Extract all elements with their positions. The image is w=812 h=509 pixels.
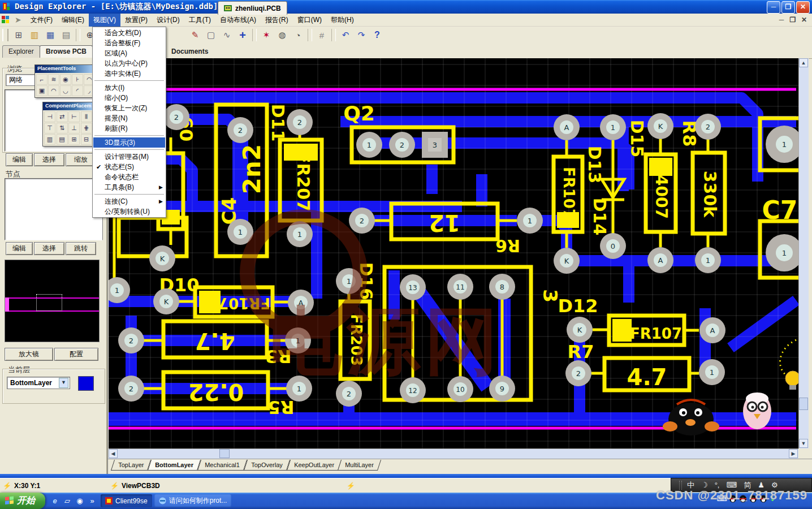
pcb-pad[interactable]: K	[647, 113, 673, 139]
silkscreen-text[interactable]: Q2	[343, 102, 375, 125]
silkscreen-text[interactable]: C7	[762, 196, 798, 225]
menu-item-编辑(E)[interactable]: 编辑(E)	[57, 14, 89, 27]
child-minimize-button[interactable]: ─	[777, 16, 786, 24]
pcb-pad[interactable]: 2	[227, 117, 253, 143]
silkscreen-text[interactable]: R6	[495, 236, 520, 256]
view-menu-item-工具条(B)[interactable]: 工具条(B)▶	[93, 182, 165, 192]
component-band[interactable]	[612, 319, 632, 342]
hscroll-thumb[interactable]	[219, 449, 230, 458]
net-button-选择[interactable]: 选择	[34, 153, 64, 166]
align-tool-icon-1[interactable]: ⇄	[57, 111, 68, 122]
view-menu-item-命令状态栏[interactable]: 命令状态栏	[93, 172, 165, 182]
component-band[interactable]	[199, 291, 221, 313]
placement-tool-icon-3[interactable]: ⊦	[72, 74, 83, 85]
toolbar-grip[interactable]	[2, 29, 8, 41]
pcb-pad[interactable]: 2	[287, 109, 313, 135]
silkscreen-text[interactable]: D15	[627, 120, 647, 158]
align-tool-icon-11[interactable]: ⊟	[81, 134, 92, 145]
placement-tool-icon-0[interactable]: ⌐	[36, 74, 47, 85]
pcb-pad[interactable]: 1	[356, 132, 382, 158]
layer-tab-TopOverlay[interactable]: TopOverlay	[244, 460, 290, 471]
pcb-pad[interactable]: 2	[695, 114, 721, 140]
silkscreen-text[interactable]: FR107	[630, 325, 682, 342]
pcb-pad[interactable]: 2	[336, 381, 362, 407]
route-icon[interactable]: ∿	[219, 28, 234, 42]
placement-tool-icon-5[interactable]: ▣	[36, 85, 47, 96]
view-menu-item-连接(C)[interactable]: 连接(C)▶	[93, 196, 165, 206]
horizontal-scrollbar[interactable]: ◀ ▶	[109, 448, 798, 459]
silkscreen-text[interactable]: 0.22	[188, 379, 244, 405]
pcb-pad[interactable]: K	[554, 248, 580, 274]
view-menu-item-适合整板(F)[interactable]: 适合整板(F)	[93, 38, 165, 48]
placement-tool-icon-6[interactable]: ◠	[48, 85, 59, 96]
restore-button[interactable]: ❐	[781, 1, 795, 14]
layer-tab-KeepOutLayer[interactable]: KeepOutLayer	[286, 460, 341, 471]
minimize-button[interactable]: ─	[767, 1, 780, 14]
silkscreen-text[interactable]: D14	[590, 198, 610, 236]
pcb-pad[interactable]: 2	[349, 208, 375, 234]
pcb-pad[interactable]: 1	[699, 359, 725, 385]
align-tool-icon-7[interactable]: ⋕	[81, 123, 92, 133]
ie-icon[interactable]: e	[50, 496, 60, 506]
preview-viewport-rect[interactable]	[36, 294, 62, 311]
child-close-button[interactable]: ✕	[800, 16, 809, 24]
pcb-pad[interactable]: 13	[400, 274, 426, 300]
pcb-pad[interactable]: 2	[163, 104, 189, 130]
pcb-pad[interactable]: 1	[517, 208, 543, 234]
component-band[interactable]	[557, 212, 579, 228]
node-list[interactable]	[5, 178, 103, 240]
layer-tab-TopLayer[interactable]: TopLayer	[111, 460, 151, 471]
align-tool-icon-0[interactable]: ⊣	[44, 111, 55, 122]
start-button[interactable]: 开始	[0, 493, 45, 509]
layer-color-swatch[interactable]	[78, 376, 94, 391]
current-layer-combo[interactable]: BottomLayer ▼	[7, 377, 70, 389]
documents-label[interactable]: Documents	[171, 48, 208, 55]
pcb-pad[interactable]: 1	[600, 114, 626, 140]
node-button-编辑[interactable]: 编辑	[6, 242, 33, 255]
explorer-tree-icon[interactable]: ⊞	[11, 28, 26, 42]
menu-item-帮助(H)[interactable]: 帮助(H)	[326, 14, 359, 27]
placement-tool-icon-7[interactable]: ◡	[60, 85, 71, 96]
align-tool-icon-5[interactable]: ⇅	[57, 123, 68, 133]
layer-tab-BottomLayer[interactable]: BottomLayer	[148, 460, 201, 471]
pcb-pad[interactable]: 2	[118, 376, 144, 402]
view-menu-item-公/英制转换(U)[interactable]: 公/英制转换(U)	[93, 206, 165, 217]
preview-button-配置[interactable]: 配置	[54, 348, 98, 361]
view-menu-item-恢复上一次(Z)[interactable]: 恢复上一次(Z)	[93, 103, 165, 113]
print-icon[interactable]: ▤	[59, 28, 74, 42]
tab-browse-pcb[interactable]: Browse PCB	[40, 45, 93, 58]
component-placement-title[interactable]: ComponentPlacem	[43, 102, 93, 110]
qq-icon[interactable]: ◉	[75, 496, 85, 506]
placement-tools-toolbar[interactable]: PlacementTools ⌐≋◉⊦◠▣◠◡◜◞	[34, 64, 94, 98]
scroll-left-icon[interactable]: ◀	[109, 449, 118, 458]
silkscreen-text[interactable]: R7	[568, 341, 594, 363]
silkscreen-text[interactable]: 330k	[700, 171, 720, 218]
preview-button-放大镜[interactable]: 放大镜	[5, 348, 53, 361]
component-placement-toolbar[interactable]: ComponentPlacem ⊣⇄⊢⫴⊤⇅⊥⋕▥▤⊞⊟	[42, 102, 94, 146]
node-button-选择[interactable]: 选择	[34, 242, 64, 255]
menu-item-放置(P)[interactable]: 放置(P)	[120, 14, 152, 27]
close-button[interactable]: ✕	[796, 1, 810, 14]
pcb-pad[interactable]: 3	[422, 132, 448, 158]
selection-rect-icon[interactable]: ▢	[204, 28, 218, 42]
pcb-pad[interactable]: 8	[489, 274, 515, 300]
chevron-icon[interactable]: »	[87, 496, 97, 506]
redo-icon[interactable]: ↷	[354, 28, 369, 42]
pcb-pad[interactable]: K	[149, 245, 175, 271]
view-menu-item-放大(I)[interactable]: 放大(I)	[93, 83, 165, 93]
pcb-trace[interactable]	[731, 300, 796, 348]
silkscreen-text[interactable]: 4.7	[627, 364, 667, 390]
vscroll-thumb[interactable]	[799, 398, 808, 410]
view-menu-item-设计管理器(M)[interactable]: 设计管理器(M)	[93, 152, 165, 162]
silkscreen-text[interactable]: FR107	[560, 167, 577, 219]
save-icon[interactable]: ▦	[43, 28, 58, 42]
undo-icon[interactable]: ↶	[338, 28, 353, 42]
menu-item-自动布线(A)[interactable]: 自动布线(A)	[215, 14, 261, 27]
scroll-right-icon[interactable]: ▶	[789, 449, 798, 458]
align-tool-icon-2[interactable]: ⊢	[68, 111, 80, 122]
layer-tab-MultiLayer[interactable]: MultiLayer	[338, 460, 381, 471]
help-icon[interactable]: ?	[370, 28, 385, 42]
silkscreen-text[interactable]: D11	[268, 104, 288, 142]
net-button-编辑[interactable]: 编辑	[6, 153, 33, 166]
view-menu-item-3D显示(3)[interactable]: 3D显示(3)	[93, 137, 165, 148]
